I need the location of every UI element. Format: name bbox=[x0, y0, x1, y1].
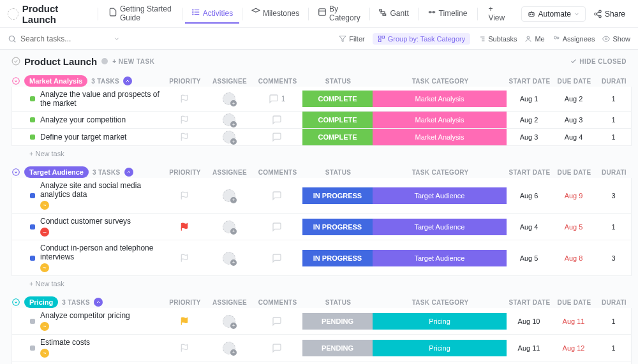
comment-icon[interactable] bbox=[272, 253, 282, 263]
sort-icon[interactable] bbox=[94, 298, 103, 307]
due-date[interactable]: Aug 11 bbox=[551, 313, 596, 330]
tab-activities[interactable]: Activities bbox=[185, 4, 239, 24]
task-name[interactable]: Analyze your competition bbox=[12, 112, 162, 127]
start-date[interactable]: Aug 1 bbox=[507, 91, 551, 107]
flag-icon[interactable] bbox=[180, 133, 189, 142]
new-task-button[interactable]: + NEW TASK bbox=[112, 58, 154, 65]
task-row[interactable]: Define your target market COMPLETE Marke… bbox=[11, 129, 632, 146]
comment-icon[interactable] bbox=[269, 94, 279, 104]
show-button[interactable]: Show bbox=[602, 35, 630, 43]
task-row[interactable]: Analyze competitor pricing~ PENDING Pric… bbox=[11, 308, 632, 335]
sort-icon[interactable] bbox=[124, 168, 133, 177]
filter-button[interactable]: Filter bbox=[339, 35, 364, 43]
collapse-icon[interactable] bbox=[11, 57, 20, 66]
tab-gantt[interactable]: Gantt bbox=[372, 4, 415, 24]
status-cell[interactable]: IN PROGRESS bbox=[302, 219, 373, 235]
groupby-button[interactable]: Group by: Task Category bbox=[373, 33, 470, 45]
me-button[interactable]: Me bbox=[524, 35, 544, 43]
due-date[interactable]: Aug 8 bbox=[551, 250, 596, 266]
task-row[interactable]: Outline business goals– IN PROGRESS Pric… bbox=[11, 361, 632, 364]
status-cell[interactable]: COMPLETE bbox=[302, 112, 373, 128]
duration[interactable]: 3 bbox=[596, 187, 631, 204]
group-name[interactable]: Pricing bbox=[24, 296, 58, 308]
duration[interactable]: 3 bbox=[596, 250, 631, 266]
status-cell[interactable]: COMPLETE bbox=[302, 129, 373, 145]
comment-icon[interactable] bbox=[272, 132, 282, 142]
tab-getting-started-guide[interactable]: Getting Started Guide bbox=[102, 1, 179, 27]
expand-icon[interactable] bbox=[11, 76, 20, 85]
status-cell[interactable]: PENDING bbox=[302, 313, 373, 330]
comment-icon[interactable] bbox=[272, 115, 282, 125]
assignee-avatar[interactable] bbox=[223, 189, 235, 202]
task-row[interactable]: Estimate costs~ PENDING Pricing Aug 11 A… bbox=[11, 335, 632, 361]
task-name[interactable]: Analyze the value and prospects of the m… bbox=[12, 87, 162, 111]
start-date[interactable]: Aug 10 bbox=[507, 313, 551, 330]
new-task-row[interactable]: + New task bbox=[11, 276, 632, 288]
category-cell[interactable]: Target Audience bbox=[373, 250, 507, 266]
add-view-button[interactable]: + View bbox=[482, 1, 516, 27]
assignee-avatar[interactable] bbox=[223, 315, 235, 328]
category-cell[interactable]: Target Audience bbox=[373, 219, 507, 235]
assignee-avatar[interactable] bbox=[223, 113, 235, 126]
task-name[interactable]: Estimate costs~ bbox=[12, 335, 162, 361]
assignee-avatar[interactable] bbox=[223, 252, 235, 265]
due-date[interactable]: Aug 4 bbox=[551, 129, 596, 145]
start-date[interactable]: Aug 5 bbox=[507, 250, 551, 266]
share-button[interactable]: Share bbox=[588, 7, 630, 21]
search[interactable] bbox=[8, 34, 331, 43]
flag-icon[interactable] bbox=[180, 317, 189, 326]
comment-icon[interactable] bbox=[272, 191, 282, 201]
task-name[interactable]: Conduct in-person and telephone intervie… bbox=[12, 240, 162, 275]
assignee-avatar[interactable] bbox=[223, 221, 235, 233]
category-cell[interactable]: Pricing bbox=[373, 340, 507, 356]
task-row[interactable]: Conduct in-person and telephone intervie… bbox=[11, 240, 632, 276]
tab-timeline[interactable]: Timeline bbox=[421, 4, 474, 24]
group-name[interactable]: Target Audience bbox=[24, 166, 89, 178]
start-date[interactable]: Aug 4 bbox=[507, 219, 551, 235]
sort-icon[interactable] bbox=[123, 76, 132, 85]
duration[interactable]: 1 bbox=[596, 219, 631, 235]
start-date[interactable]: Aug 6 bbox=[507, 187, 551, 204]
status-cell[interactable]: COMPLETE bbox=[302, 91, 373, 107]
duration[interactable]: 1 bbox=[596, 129, 631, 145]
comment-icon[interactable] bbox=[272, 222, 282, 232]
assignee-avatar[interactable] bbox=[223, 92, 235, 105]
due-date[interactable]: Aug 2 bbox=[551, 91, 596, 107]
new-task-row[interactable]: + New task bbox=[11, 146, 632, 157]
task-name[interactable]: Conduct customer surveys– bbox=[12, 214, 162, 240]
start-date[interactable]: Aug 3 bbox=[507, 129, 551, 145]
expand-icon[interactable] bbox=[11, 168, 20, 177]
flag-icon[interactable] bbox=[180, 115, 189, 124]
duration[interactable]: 1 bbox=[596, 313, 631, 330]
flag-icon[interactable] bbox=[180, 94, 189, 103]
assignees-button[interactable]: Assignees bbox=[553, 35, 595, 43]
status-cell[interactable]: IN PROGRESS bbox=[302, 187, 373, 204]
info-icon[interactable] bbox=[101, 57, 108, 65]
duration[interactable]: 1 bbox=[596, 340, 631, 356]
task-name[interactable]: Define your target market bbox=[12, 129, 162, 145]
due-date[interactable]: Aug 12 bbox=[551, 340, 596, 356]
tab-milestones[interactable]: Milestones bbox=[245, 4, 306, 24]
group-name[interactable]: Market Analysis bbox=[24, 75, 87, 87]
flag-icon[interactable] bbox=[180, 254, 189, 263]
task-name[interactable]: Analyze competitor pricing~ bbox=[12, 308, 162, 334]
task-name[interactable]: Analyze site and social media analytics … bbox=[12, 178, 162, 213]
category-cell[interactable]: Market Analysis bbox=[373, 91, 507, 107]
flag-icon[interactable] bbox=[180, 191, 189, 200]
status-cell[interactable]: PENDING bbox=[302, 340, 373, 356]
category-cell[interactable]: Market Analysis bbox=[373, 112, 507, 128]
duration[interactable]: 1 bbox=[596, 112, 631, 128]
assignee-avatar[interactable] bbox=[223, 131, 235, 143]
category-cell[interactable]: Target Audience bbox=[373, 187, 507, 204]
task-row[interactable]: Analyze the value and prospects of the m… bbox=[11, 87, 632, 112]
start-date[interactable]: Aug 2 bbox=[507, 112, 551, 128]
comment-icon[interactable] bbox=[272, 343, 282, 353]
due-date[interactable]: Aug 5 bbox=[551, 219, 596, 235]
flag-icon[interactable] bbox=[180, 344, 189, 353]
subtasks-button[interactable]: Subtasks bbox=[478, 35, 517, 43]
comment-icon[interactable] bbox=[272, 316, 282, 326]
task-row[interactable]: Conduct customer surveys– IN PROGRESS Ta… bbox=[11, 214, 632, 240]
task-name[interactable]: Outline business goals– bbox=[12, 361, 162, 364]
category-cell[interactable]: Pricing bbox=[373, 313, 507, 330]
automate-button[interactable]: Automate bbox=[521, 6, 586, 22]
